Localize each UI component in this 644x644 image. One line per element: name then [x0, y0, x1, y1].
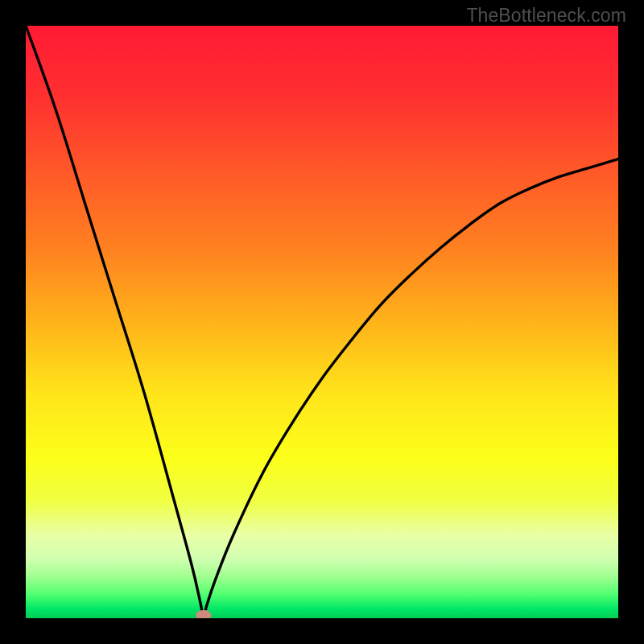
plot-area	[26, 26, 618, 618]
chart-frame: TheBottleneck.com	[0, 0, 644, 644]
watermark-text: TheBottleneck.com	[466, 5, 626, 27]
min-marker	[196, 610, 211, 618]
curve-layer	[26, 26, 618, 618]
bottleneck-curve	[26, 26, 618, 618]
